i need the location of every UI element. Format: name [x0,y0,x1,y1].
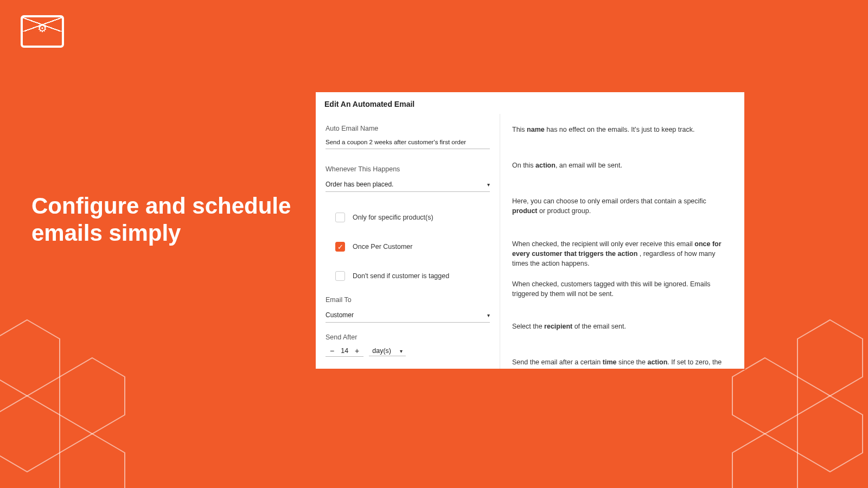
help-specific: Here, you can choose to only email order… [512,196,732,216]
app-logo-icon: ⚙ [21,15,64,48]
send-after-unit-select[interactable]: day(s) ▾ [369,346,406,356]
email-to-value: Customer [326,311,354,319]
svg-marker-3 [60,434,125,488]
chevron-down-icon: ▾ [400,348,403,354]
once-per-customer-label: Once Per Customer [353,243,412,251]
trigger-select-value: Order has been placed. [326,181,393,188]
once-per-customer-checkbox[interactable]: ✓ [335,242,345,252]
name-field-label: Auto Email Name [326,125,490,132]
panel-title: Edit An Automated Email [316,92,744,114]
trigger-field-label: Whenever This Happens [326,165,490,173]
send-after-label: Send After [326,333,490,341]
send-after-unit-value: day(s) [372,347,391,355]
marketing-headline: Configure and schedule emails simply [31,192,292,247]
form-column: Auto Email Name Whenever This Happens Or… [316,114,500,369]
svg-marker-5 [797,320,863,396]
help-email-to: Select the recipient of the email sent. [512,322,732,331]
help-once: When checked, the recipient will only ev… [512,239,732,268]
svg-marker-0 [0,320,60,396]
decrement-button[interactable]: − [328,346,336,355]
send-after-value: 14 [341,347,348,355]
only-specific-label: Only for specific product(s) [353,214,433,221]
chevron-down-icon: ▾ [487,182,490,188]
help-column: This name has no effect on the emails. I… [500,114,744,369]
svg-marker-1 [60,358,125,434]
send-after-stepper[interactable]: − 14 + [326,345,363,357]
help-name: This name has no effect on the emails. I… [512,125,732,134]
dont-send-tagged-checkbox[interactable] [335,271,345,281]
chevron-down-icon: ▾ [487,312,490,318]
edit-email-panel: Edit An Automated Email Auto Email Name … [316,92,744,369]
trigger-select[interactable]: Order has been placed. ▾ [326,177,490,192]
gear-icon: ⚙ [37,22,47,35]
help-trigger: On this action, an email will be sent. [512,160,732,170]
email-to-select[interactable]: Customer ▾ [326,308,490,323]
name-input[interactable] [326,137,490,149]
decoration-hexagons-left [0,304,174,488]
help-dont-send: When checked, customers tagged with this… [512,279,732,299]
help-send-after: Send the email after a certain time sinc… [512,357,732,369]
only-specific-checkbox[interactable] [335,213,345,222]
dont-send-tagged-label: Don't send if customer is tagged [353,272,449,280]
email-to-label: Email To [326,296,490,304]
increment-button[interactable]: + [353,346,361,355]
svg-marker-2 [0,396,60,472]
svg-marker-4 [732,358,797,434]
svg-marker-6 [797,396,863,472]
svg-marker-7 [732,434,797,488]
